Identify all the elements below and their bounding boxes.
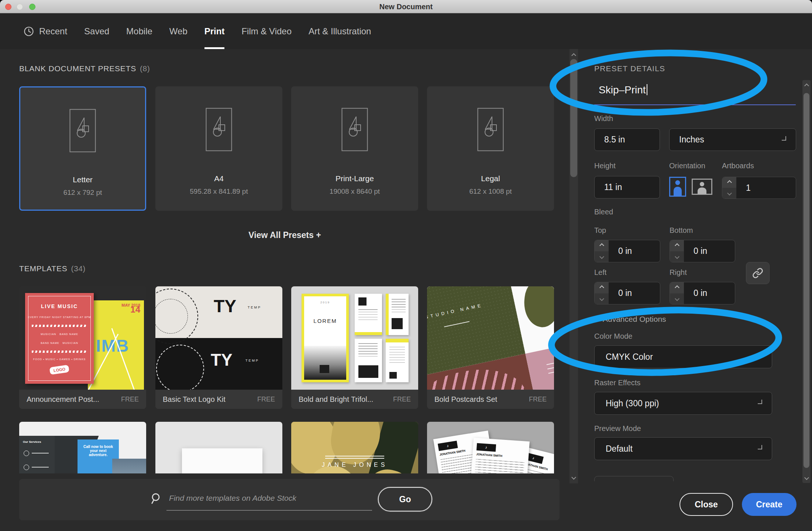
panel-scrollbar-thumb[interactable] <box>804 93 809 468</box>
close-button[interactable]: Close <box>679 493 733 516</box>
stepper-up-button[interactable] <box>722 177 736 188</box>
template-thumbnail <box>155 422 282 473</box>
height-input[interactable]: 11 in <box>594 176 660 199</box>
width-input[interactable]: 8.5 in <box>594 128 660 151</box>
template-name: Bold Postcards Set <box>434 395 529 404</box>
tab-print[interactable]: Print <box>204 14 225 49</box>
document-shapes-icon <box>206 108 232 151</box>
category-tabbar: Recent Saved Mobile Web Print Film & Vid… <box>0 14 812 49</box>
tab-saved[interactable]: Saved <box>84 14 109 49</box>
stepper-up-button[interactable] <box>670 240 684 251</box>
units-dropdown[interactable]: Inches <box>669 128 796 151</box>
tab-film-video[interactable]: Film & Video <box>241 14 292 49</box>
document-shapes-icon <box>69 109 96 152</box>
preset-card-letter[interactable]: Letter 612 x 792 pt <box>19 86 146 211</box>
width-label: Width <box>594 114 613 123</box>
template-card-postcards[interactable]: STUDIO NAME Bold Postcards Set FREE <box>427 286 554 409</box>
clipped-control[interactable] <box>594 476 674 481</box>
name-focus-underline <box>594 104 796 105</box>
bleed-top-label: Top <box>594 226 606 235</box>
tab-mobile[interactable]: Mobile <box>126 14 152 49</box>
document-shapes-icon <box>477 108 504 151</box>
stock-search-input[interactable]: Find more templates on Adobe Stock <box>169 494 296 503</box>
portrait-icon <box>669 177 686 197</box>
stepper-down-button[interactable] <box>670 251 684 262</box>
tab-art-illustration[interactable]: Art & Illustration <box>309 14 371 49</box>
create-button[interactable]: Create <box>742 493 796 516</box>
stepper-up-button[interactable] <box>595 282 609 293</box>
stepper-down-button[interactable] <box>595 293 609 304</box>
stepper-down-button[interactable] <box>722 188 736 199</box>
main-scrollbar-thumb[interactable] <box>570 59 577 177</box>
stepper-up-button[interactable] <box>670 282 684 293</box>
artboards-stepper[interactable]: 1 <box>722 177 796 199</box>
scroll-down-arrow[interactable] <box>802 474 811 481</box>
raster-effects-dropdown[interactable]: High (300 ppi) <box>594 392 772 415</box>
heading-count: (34) <box>71 264 86 273</box>
template-card-trifold[interactable]: 2019 LOREM <box>291 286 418 409</box>
stepper-down-button[interactable] <box>595 251 609 262</box>
tab-recent[interactable]: Recent <box>24 14 67 49</box>
templates-heading: TEMPLATES(34) <box>19 264 86 273</box>
bleed-top-stepper[interactable]: 0 in <box>594 240 660 262</box>
view-all-presets-link[interactable]: View All Presets + <box>0 230 570 240</box>
search-underline <box>166 510 372 511</box>
template-label-bar: Basic Text Logo Kit FREE <box>155 390 282 409</box>
main-scrollbar[interactable] <box>570 49 578 483</box>
template-card-frame[interactable] <box>155 422 282 473</box>
preset-size: 595.28 x 841.89 pt <box>155 187 282 196</box>
template-label-bar: Announcement Post... FREE <box>19 390 146 409</box>
template-card-travel[interactable]: Our Services Call now to book your next … <box>19 422 146 473</box>
template-price: FREE <box>529 396 547 403</box>
search-icon <box>149 492 162 506</box>
template-thumbnail: MAY 201814 IMB LIVE MUSIC EVERY FRIDAY N… <box>19 286 146 390</box>
orientation-portrait-button[interactable] <box>669 177 686 197</box>
chevron-down-icon <box>758 400 762 404</box>
document-name-value: Skip–Print <box>599 84 646 96</box>
width-value: 8.5 in <box>595 135 625 145</box>
bleed-bottom-stepper[interactable]: 0 in <box>670 240 735 262</box>
scroll-up-arrow[interactable] <box>570 52 578 59</box>
link-chain-icon <box>752 268 763 279</box>
main-content: BLANK DOCUMENT PRESETS(8) Letter 612 x 7… <box>0 49 570 531</box>
template-thumbnail: TY TEMP TY TEMP <box>155 286 282 390</box>
template-label-bar: Bold Postcards Set FREE <box>427 390 554 409</box>
advanced-options-toggle[interactable]: Advanced Options <box>594 315 666 324</box>
document-shapes-icon <box>341 108 368 151</box>
preset-card-a4[interactable]: A4 595.28 x 841.89 pt <box>155 86 282 211</box>
preset-size: 612 x 1008 pt <box>427 187 554 196</box>
tab-web[interactable]: Web <box>169 14 187 49</box>
template-card-announcement[interactable]: MAY 201814 IMB LIVE MUSIC EVERY FRIDAY N… <box>19 286 146 409</box>
template-card-jane-jones[interactable]: JANE JONES <box>291 422 418 473</box>
panel-scrollbar[interactable] <box>802 80 811 483</box>
template-thumbnail: Our Services Call now to book your next … <box>19 422 146 473</box>
template-name: Announcement Post... <box>27 395 121 404</box>
document-name-input[interactable]: Skip–Print <box>599 84 647 96</box>
bleed-left-value: 0 in <box>609 282 660 304</box>
scroll-up-arrow[interactable] <box>802 82 811 89</box>
stepper-down-button[interactable] <box>670 293 684 304</box>
orientation-landscape-button[interactable] <box>692 179 712 195</box>
scroll-down-arrow[interactable] <box>570 474 578 480</box>
bleed-right-stepper[interactable]: 0 in <box>670 282 735 304</box>
color-mode-dropdown[interactable]: CMYK Color <box>594 345 772 368</box>
go-button[interactable]: Go <box>378 487 432 511</box>
template-card-logo-kit[interactable]: TY TEMP TY TEMP Basic Text Logo Kit FREE <box>155 286 282 409</box>
template-thumbnail: 2019 LOREM <box>291 286 418 390</box>
bleed-right-label: Right <box>670 268 687 277</box>
heading-text: TEMPLATES <box>19 264 68 273</box>
template-price: FREE <box>393 396 411 403</box>
preview-mode-dropdown[interactable]: Default <box>594 437 772 460</box>
preset-card-legal[interactable]: Legal 612 x 1008 pt <box>427 86 554 211</box>
bleed-label: Bleed <box>594 208 613 216</box>
tab-label: Recent <box>39 26 67 37</box>
artboards-value: 1 <box>736 177 796 199</box>
bleed-left-stepper[interactable]: 0 in <box>594 282 660 304</box>
units-value: Inches <box>670 135 704 145</box>
link-bleed-values-button[interactable] <box>746 262 770 284</box>
preset-card-print-large[interactable]: Print-Large 19008 x 8640 pt <box>291 86 418 211</box>
chevron-down-icon <box>782 136 786 141</box>
stepper-up-button[interactable] <box>595 240 609 251</box>
template-card-resume[interactable]: J JONATHAN SMITH J JONATHAN SMITH J JONA… <box>427 422 554 473</box>
preview-mode-label: Preview Mode <box>594 424 641 433</box>
